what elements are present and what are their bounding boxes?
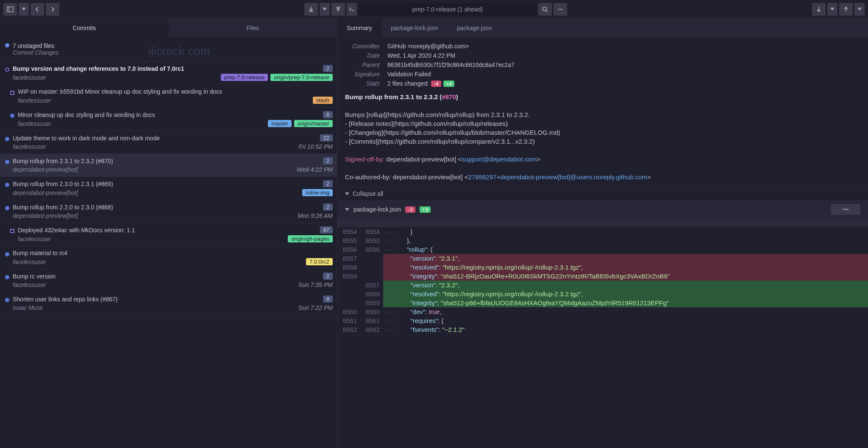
svg-point-10 [560,8,561,10]
meta-label-committer: Committer [345,43,387,50]
svg-point-11 [562,8,563,10]
nav-forward-button[interactable] [46,3,59,16]
fetch-down-button[interactable] [812,3,826,16]
commit-message: Bump rollup from 2.3.1 to 2.3.2 (#870) B… [337,92,868,186]
tab-package-json[interactable]: package.json [448,19,501,37]
dropdown-1-button[interactable] [19,3,29,16]
diff-line: 8559······ "integrity": "sha512-BRjzOauO… [337,272,868,281]
branch-indicator[interactable]: prep-7.0-release (1 ahead) [359,3,537,16]
pr-link[interactable]: #870 [442,93,456,100]
meta-val-stats: 2 files changed:-4+4 [387,80,454,87]
commit-item[interactable]: Bump rc version2facelessuserSun 7:35 PM [0,269,337,292]
right-panel: Summary package-lock.json package.json C… [337,19,868,448]
commit-item[interactable]: Bump rollup from 2.3.0 to 2.3.1 (#869)2d… [0,177,337,200]
file-header[interactable]: package-lock.json -3 +3 ••• [337,200,868,218]
ref-pill[interactable]: prep-7.0-release [221,74,268,81]
meta-label-signature: Signature [345,71,387,78]
meta-label-parent: Parent [345,61,387,68]
ref-pill[interactable]: stash [313,97,333,104]
stat-minus: -4 [431,81,441,87]
commit-item[interactable]: Deployed 432e4ac with MkDocs version: 1.… [0,223,337,246]
diff-line: 85548554······ } [337,227,868,236]
ref-pill[interactable]: origin/gh-pages [288,235,333,242]
commit-list[interactable]: 7 unstaged filesCommit ChangesBump versi… [0,37,337,448]
ref-pill[interactable]: 7.0.0rc2 [306,258,333,265]
svg-line-8 [546,10,548,12]
file-tabs: Summary package-lock.json package.json [337,19,868,37]
tab-commits[interactable]: Commits [0,19,169,37]
diff-line: 8557······ "version": "2.3.2", [337,281,868,289]
meta-val-date: Wed, 1 Apr 2020 4:22 PM [387,52,455,59]
tab-summary[interactable]: Summary [337,19,381,37]
file-name: package-lock.json [353,206,401,213]
ref-pill[interactable]: origin/prep-7.0-release [270,74,333,81]
diff-line: 85618561······ "requires": { [337,316,868,325]
svg-rect-0 [7,7,13,12]
terminal-icon-button[interactable] [347,3,357,16]
fetch-dropdown-button[interactable] [827,3,837,16]
diff-line: 8559······ "integrity": "sha512-p66+fbfa… [337,298,868,307]
fetch-up-button[interactable] [839,3,853,16]
left-tabs: Commits Files [0,19,337,37]
pull-button[interactable] [304,3,318,16]
commit-item[interactable]: Minor cleanup up doc styling and fix wor… [0,108,337,131]
ref-pill[interactable]: inline-img [302,189,333,196]
left-panel: Commits Files 7 unstaged filesCommit Cha… [0,19,337,448]
commit-meta: CommitterGitHub <noreply@github.com> Dat… [337,37,868,92]
hunk-header [337,218,868,227]
more-button[interactable] [554,3,567,16]
sidebar-toggle-button[interactable] [3,3,17,16]
fetch-up-dropdown-button[interactable] [854,3,865,16]
pull-dropdown-button[interactable] [320,3,330,16]
diff-line: 85558555······ }, [337,236,868,245]
email-link[interactable]: 27856297+dependabot-preview[bot]@users.n… [468,173,647,181]
diff-line: 85568556······ "rollup": { [337,245,868,254]
commit-item[interactable]: Bump version and change references to 7.… [0,61,337,85]
meta-label-date: Date [345,52,387,59]
meta-val-committer: GitHub <noreply@github.com> [387,43,469,50]
commit-item[interactable]: Bump material to rc4facelessuser7.0.0rc2 [0,246,337,269]
search-button[interactable] [538,3,552,16]
commit-item[interactable]: Shorten user links and repo links (#867)… [0,292,337,315]
ref-pill[interactable]: master [268,120,292,127]
nav-back-button[interactable] [31,3,44,16]
commit-item[interactable]: Update theme to work in dark mode and no… [0,131,337,154]
file-stat-plus: +3 [420,206,431,213]
tab-files[interactable]: Files [169,19,337,37]
collapse-all-button[interactable]: Collapse all [337,186,868,200]
file-more-button[interactable]: ••• [831,204,860,215]
meta-label-stats: Stats [345,80,387,87]
ref-pill[interactable]: origin/master [294,120,333,127]
push-button[interactable] [331,3,345,16]
main-toolbar: prep-7.0-release (1 ahead) [0,0,868,19]
file-stat-minus: -3 [405,206,415,213]
diff-line: 85608560······ "dev": true, [337,307,868,316]
diff-line: 8557······ "version": "2.3.1", [337,254,868,263]
diff-view[interactable]: 85548554······ }85558555······ },8556855… [337,218,868,334]
meta-val-signature: Validation Failed [387,71,431,78]
stat-plus: +4 [443,81,455,87]
diff-line: 85628562······ "fsevents": "~2.1.2" [337,325,868,334]
commit-item[interactable]: Bump rollup from 2.3.1 to 2.3.2 (#870)2d… [0,154,337,177]
svg-point-9 [558,8,559,10]
meta-val-parent[interactable]: 86361b45db530c7f1f29c864c6610dc8a47ec2a7 [387,61,515,68]
tab-package-lock[interactable]: package-lock.json [381,19,448,37]
svg-point-7 [543,7,547,11]
diff-line: 8558······ "resolved": "https://registry… [337,263,868,272]
chevron-down-icon [345,208,349,211]
commit-item[interactable]: WIP on master: b5591bd Minor cleanup up … [0,85,337,108]
email-link[interactable]: support@dependabot.com [462,156,537,163]
chevron-down-icon [345,192,349,195]
diff-line: 8558······ "resolved": "https://registry… [337,289,868,298]
commit-item[interactable]: Bump rollup from 2.2.0 to 2.3.0 (#868)2d… [0,200,337,223]
uncommitted-section[interactable]: 7 unstaged filesCommit Changes [0,37,337,61]
